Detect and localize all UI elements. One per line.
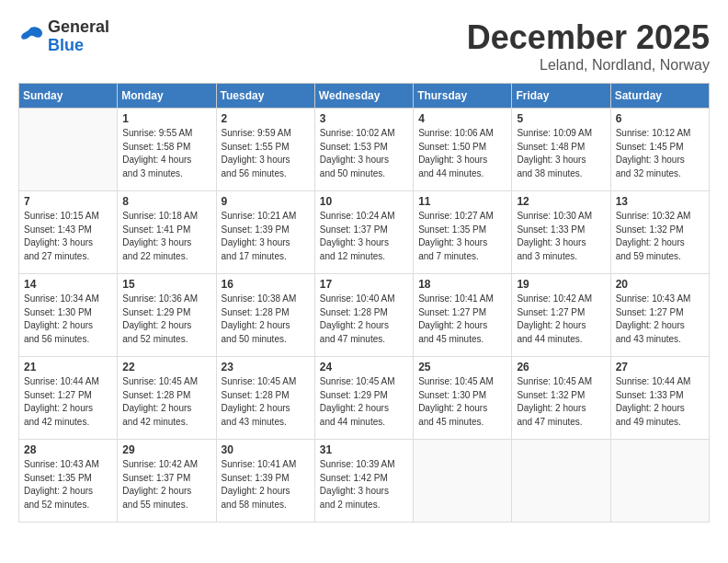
calendar-cell: 13Sunrise: 10:32 AMSunset: 1:32 PMDaylig…	[610, 191, 709, 274]
calendar-cell: 9Sunrise: 10:21 AMSunset: 1:39 PMDayligh…	[216, 191, 314, 274]
calendar-cell	[19, 109, 118, 191]
header-cell-tuesday: Tuesday	[216, 84, 314, 109]
day-info: Sunrise: 10:42 AMSunset: 1:27 PMDaylight…	[517, 293, 605, 346]
calendar-cell	[414, 440, 512, 523]
calendar-cell: 2Sunrise: 9:59 AMSunset: 1:55 PMDaylight…	[216, 109, 314, 191]
calendar-cell: 18Sunrise: 10:41 AMSunset: 1:27 PMDaylig…	[414, 274, 512, 357]
calendar-cell: 20Sunrise: 10:43 AMSunset: 1:27 PMDaylig…	[610, 274, 709, 357]
day-info: Sunrise: 10:32 AMSunset: 1:32 PMDaylight…	[616, 210, 704, 263]
calendar-cell: 1Sunrise: 9:55 AMSunset: 1:58 PMDaylight…	[118, 109, 216, 191]
day-number: 12	[517, 195, 605, 208]
day-info: Sunrise: 10:34 AMSunset: 1:30 PMDaylight…	[24, 293, 112, 346]
calendar-cell: 17Sunrise: 10:40 AMSunset: 1:28 PMDaylig…	[314, 274, 413, 357]
day-number: 22	[122, 361, 210, 373]
day-info: Sunrise: 10:45 AMSunset: 1:28 PMDaylight…	[222, 375, 310, 429]
header-cell-wednesday: Wednesday	[314, 84, 413, 109]
calendar-week-4: 21Sunrise: 10:44 AMSunset: 1:27 PMDaylig…	[19, 357, 710, 440]
day-info: Sunrise: 10:36 AMSunset: 1:29 PMDaylight…	[122, 293, 210, 346]
day-number: 29	[122, 443, 210, 456]
calendar-cell: 28Sunrise: 10:43 AMSunset: 1:35 PMDaylig…	[19, 440, 118, 523]
day-number: 30	[222, 443, 310, 456]
calendar-cell: 22Sunrise: 10:45 AMSunset: 1:28 PMDaylig…	[118, 357, 216, 440]
day-number: 10	[320, 195, 408, 208]
day-info: Sunrise: 10:44 AMSunset: 1:27 PMDaylight…	[24, 375, 112, 429]
day-info: Sunrise: 10:30 AMSunset: 1:33 PMDaylight…	[517, 210, 605, 263]
calendar-cell	[512, 440, 610, 523]
calendar-cell: 3Sunrise: 10:02 AMSunset: 1:53 PMDayligh…	[314, 109, 413, 191]
day-info: Sunrise: 10:41 AMSunset: 1:39 PMDaylight…	[222, 458, 310, 511]
day-number: 17	[320, 278, 408, 291]
calendar-cell: 26Sunrise: 10:45 AMSunset: 1:32 PMDaylig…	[512, 357, 610, 440]
calendar-body: 1Sunrise: 9:55 AMSunset: 1:58 PMDaylight…	[19, 109, 710, 523]
calendar-cell: 27Sunrise: 10:44 AMSunset: 1:33 PMDaylig…	[610, 357, 709, 440]
day-number: 3	[320, 112, 408, 125]
day-number: 8	[122, 195, 210, 208]
day-info: Sunrise: 10:24 AMSunset: 1:37 PMDaylight…	[320, 210, 408, 263]
day-info: Sunrise: 10:42 AMSunset: 1:37 PMDaylight…	[122, 458, 210, 511]
calendar-cell: 25Sunrise: 10:45 AMSunset: 1:30 PMDaylig…	[414, 357, 512, 440]
day-number: 6	[616, 112, 704, 125]
day-info: Sunrise: 10:45 AMSunset: 1:28 PMDaylight…	[122, 375, 210, 429]
calendar-cell: 12Sunrise: 10:30 AMSunset: 1:33 PMDaylig…	[512, 191, 610, 274]
day-info: Sunrise: 10:38 AMSunset: 1:28 PMDaylight…	[222, 293, 310, 346]
calendar-cell: 8Sunrise: 10:18 AMSunset: 1:41 PMDayligh…	[118, 191, 216, 274]
title-area: December 2025 Leland, Nordland, Norway	[467, 18, 710, 74]
day-number: 1	[122, 112, 210, 125]
day-number: 16	[222, 278, 310, 291]
day-number: 19	[517, 278, 605, 291]
day-info: Sunrise: 10:09 AMSunset: 1:48 PMDaylight…	[517, 127, 605, 180]
calendar-cell: 23Sunrise: 10:45 AMSunset: 1:28 PMDaylig…	[216, 357, 314, 440]
day-info: Sunrise: 10:39 AMSunset: 1:42 PMDaylight…	[320, 458, 408, 511]
calendar-cell	[610, 440, 709, 523]
day-info: Sunrise: 10:40 AMSunset: 1:28 PMDaylight…	[320, 293, 408, 346]
day-number: 4	[418, 112, 506, 125]
day-info: Sunrise: 10:45 AMSunset: 1:29 PMDaylight…	[320, 375, 408, 429]
calendar-table: SundayMondayTuesdayWednesdayThursdayFrid…	[18, 83, 710, 523]
header-cell-sunday: Sunday	[19, 84, 118, 109]
day-number: 9	[222, 195, 310, 208]
day-info: Sunrise: 10:41 AMSunset: 1:27 PMDaylight…	[418, 293, 506, 346]
day-number: 11	[418, 195, 506, 208]
calendar-cell: 10Sunrise: 10:24 AMSunset: 1:37 PMDaylig…	[314, 191, 413, 274]
day-info: Sunrise: 10:21 AMSunset: 1:39 PMDaylight…	[222, 210, 310, 263]
day-info: Sunrise: 10:12 AMSunset: 1:45 PMDaylight…	[616, 127, 704, 180]
calendar-cell: 5Sunrise: 10:09 AMSunset: 1:48 PMDayligh…	[512, 109, 610, 191]
calendar-cell: 31Sunrise: 10:39 AMSunset: 1:42 PMDaylig…	[314, 440, 413, 523]
calendar-cell: 6Sunrise: 10:12 AMSunset: 1:45 PMDayligh…	[610, 109, 709, 191]
calendar-week-1: 1Sunrise: 9:55 AMSunset: 1:58 PMDaylight…	[19, 109, 710, 191]
day-number: 15	[122, 278, 210, 291]
day-info: Sunrise: 10:45 AMSunset: 1:30 PMDaylight…	[418, 375, 506, 429]
day-number: 7	[24, 195, 112, 208]
day-number: 25	[418, 361, 506, 373]
calendar-cell: 14Sunrise: 10:34 AMSunset: 1:30 PMDaylig…	[19, 274, 118, 357]
calendar-cell: 29Sunrise: 10:42 AMSunset: 1:37 PMDaylig…	[118, 440, 216, 523]
day-number: 23	[222, 361, 310, 373]
day-number: 18	[418, 278, 506, 291]
calendar-cell: 11Sunrise: 10:27 AMSunset: 1:35 PMDaylig…	[414, 191, 512, 274]
calendar-cell: 21Sunrise: 10:44 AMSunset: 1:27 PMDaylig…	[19, 357, 118, 440]
day-info: Sunrise: 10:43 AMSunset: 1:27 PMDaylight…	[616, 293, 704, 346]
calendar-cell: 4Sunrise: 10:06 AMSunset: 1:50 PMDayligh…	[414, 109, 512, 191]
header-cell-thursday: Thursday	[414, 84, 512, 109]
calendar-cell: 15Sunrise: 10:36 AMSunset: 1:29 PMDaylig…	[118, 274, 216, 357]
logo-blue: Blue	[48, 37, 109, 55]
day-info: Sunrise: 10:45 AMSunset: 1:32 PMDaylight…	[517, 375, 605, 429]
logo: General Blue	[18, 18, 109, 55]
day-info: Sunrise: 10:06 AMSunset: 1:50 PMDaylight…	[418, 127, 506, 180]
day-number: 31	[320, 443, 408, 456]
calendar-cell: 30Sunrise: 10:41 AMSunset: 1:39 PMDaylig…	[216, 440, 314, 523]
day-info: Sunrise: 10:15 AMSunset: 1:43 PMDaylight…	[24, 210, 112, 263]
header-cell-friday: Friday	[512, 84, 610, 109]
header-cell-monday: Monday	[118, 84, 216, 109]
logo-general: General	[48, 18, 109, 37]
day-number: 14	[24, 278, 112, 291]
calendar-cell: 24Sunrise: 10:45 AMSunset: 1:29 PMDaylig…	[314, 357, 413, 440]
day-number: 26	[517, 361, 605, 373]
location: Leland, Nordland, Norway	[467, 57, 710, 74]
day-info: Sunrise: 10:02 AMSunset: 1:53 PMDaylight…	[320, 127, 408, 180]
day-number: 20	[616, 278, 704, 291]
day-number: 28	[24, 443, 112, 456]
day-info: Sunrise: 10:27 AMSunset: 1:35 PMDaylight…	[418, 210, 506, 263]
day-info: Sunrise: 10:18 AMSunset: 1:41 PMDaylight…	[122, 210, 210, 263]
day-number: 2	[222, 112, 310, 125]
